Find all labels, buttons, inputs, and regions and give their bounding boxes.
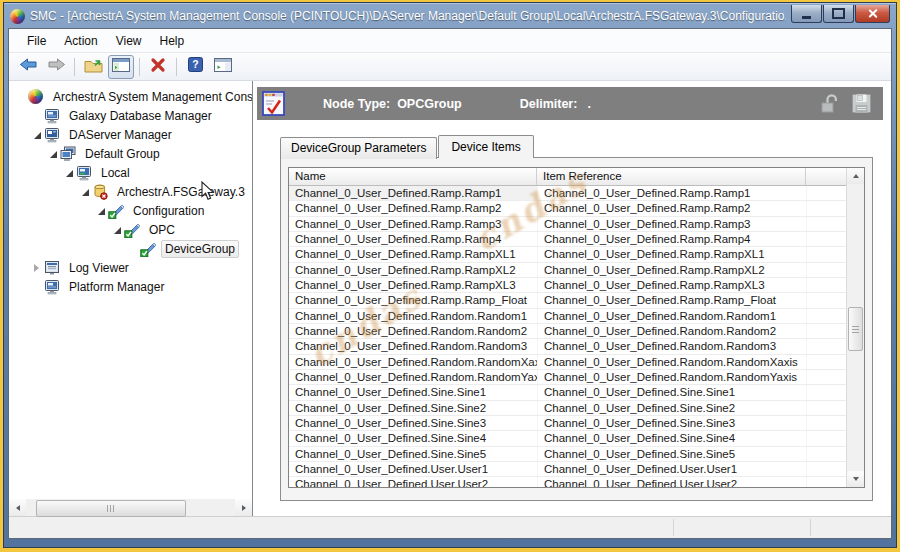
cell-item-reference[interactable]: Channel_0_User_Defined.Sine.Sine3: [537, 416, 806, 430]
table-row[interactable]: Channel_0_User_Defined.Random.Random3Cha…: [289, 339, 846, 354]
cell-name[interactable]: Channel_0_User_Defined.Random.Random2: [289, 324, 537, 338]
forward-arrow-button[interactable]: [43, 55, 69, 79]
table-row[interactable]: Channel_0_User_Defined.Random.RandomXaxi…: [289, 355, 846, 370]
cell-name[interactable]: Channel_0_User_Defined.Sine.Sine4: [289, 431, 537, 445]
tree-item-configuration[interactable]: Configuration: [9, 201, 252, 220]
tree-item-archestra-fsgateway-3[interactable]: ArchestrA.FSGateway.3: [9, 182, 252, 201]
cell-item-reference[interactable]: Channel_0_User_Defined.Sine.Sine2: [537, 401, 806, 415]
tree-item-opc[interactable]: OPC: [9, 220, 252, 239]
expander-collapsed-icon[interactable]: [31, 262, 43, 274]
column-header-name[interactable]: Name: [289, 168, 537, 185]
vscroll-track[interactable]: [847, 184, 864, 471]
table-row[interactable]: Channel_0_User_Defined.Random.Random2Cha…: [289, 324, 846, 339]
menu-view[interactable]: View: [107, 31, 151, 51]
table-row[interactable]: Channel_0_User_Defined.User.User1Channel…: [289, 462, 846, 477]
close-button[interactable]: [855, 5, 890, 23]
cell-item-reference[interactable]: Channel_0_User_Defined.Sine.Sine1: [537, 385, 806, 399]
cell-name[interactable]: Channel_0_User_Defined.Ramp.Ramp_Float: [289, 293, 537, 307]
export-node-button[interactable]: [80, 55, 106, 79]
cell-name[interactable]: Channel_0_User_Defined.User.User1: [289, 462, 537, 476]
tree-item-galaxy-database-manager[interactable]: Galaxy Database Manager: [9, 106, 252, 125]
cell-item-reference[interactable]: Channel_0_User_Defined.Ramp.Ramp1: [537, 186, 806, 200]
table-row[interactable]: Channel_0_User_Defined.Sine.Sine5Channel…: [289, 447, 846, 462]
cell-item-reference[interactable]: Channel_0_User_Defined.Sine.Sine5: [537, 447, 806, 461]
hscroll-track[interactable]: [26, 499, 235, 516]
column-header-item-reference[interactable]: Item Reference: [537, 168, 806, 185]
cell-item-reference[interactable]: Channel_0_User_Defined.Ramp.RampXL3: [537, 278, 806, 292]
cell-item-reference[interactable]: Channel_0_User_Defined.Ramp.Ramp_Float: [537, 293, 806, 307]
cell-name[interactable]: Channel_0_User_Defined.User.User2: [289, 477, 537, 487]
scroll-left-button[interactable]: [9, 499, 26, 516]
tree-item-local[interactable]: Local: [9, 163, 252, 182]
expander-expanded-icon[interactable]: [31, 129, 43, 141]
cell-name[interactable]: Channel_0_User_Defined.Ramp.RampXL2: [289, 263, 537, 277]
cell-name[interactable]: Channel_0_User_Defined.Ramp.Ramp2: [289, 201, 537, 215]
expander-expanded-icon[interactable]: [79, 186, 91, 198]
cell-name[interactable]: Channel_0_User_Defined.Sine.Sine1: [289, 385, 537, 399]
tab-devicegroup-parameters[interactable]: DeviceGroup Parameters: [280, 137, 437, 159]
tree-horizontal-scrollbar[interactable]: [9, 499, 252, 516]
table-row[interactable]: Channel_0_User_Defined.Ramp.Ramp1Channel…: [289, 186, 846, 201]
menu-file[interactable]: File: [18, 31, 55, 51]
expander-expanded-icon[interactable]: [63, 167, 75, 179]
cell-name[interactable]: Channel_0_User_Defined.Random.Random1: [289, 309, 537, 323]
cell-name[interactable]: Channel_0_User_Defined.Ramp.Ramp3: [289, 217, 537, 231]
table-row[interactable]: Channel_0_User_Defined.Sine.Sine1Channel…: [289, 385, 846, 400]
cell-item-reference[interactable]: Channel_0_User_Defined.Ramp.RampXL1: [537, 247, 806, 261]
cell-item-reference[interactable]: Channel_0_User_Defined.Ramp.RampXL2: [537, 263, 806, 277]
table-row[interactable]: Channel_0_User_Defined.Ramp.RampXL2Chann…: [289, 263, 846, 278]
vscroll-thumb[interactable]: [848, 307, 863, 351]
cell-item-reference[interactable]: Channel_0_User_Defined.Random.Random3: [537, 339, 806, 353]
cell-item-reference[interactable]: Channel_0_User_Defined.Random.Random2: [537, 324, 806, 338]
cell-item-reference[interactable]: Channel_0_User_Defined.Random.Random1: [537, 309, 806, 323]
cell-name[interactable]: Channel_0_User_Defined.Sine.Sine5: [289, 447, 537, 461]
cell-item-reference[interactable]: Channel_0_User_Defined.User.User1: [537, 462, 806, 476]
cell-item-reference[interactable]: Channel_0_User_Defined.Ramp.Ramp4: [537, 232, 806, 246]
expander-expanded-icon[interactable]: [111, 224, 123, 236]
cell-name[interactable]: Channel_0_User_Defined.Sine.Sine3: [289, 416, 537, 430]
table-row[interactable]: Channel_0_User_Defined.Ramp.RampXL1Chann…: [289, 247, 846, 262]
tree-item-log-viewer[interactable]: Log Viewer: [9, 258, 252, 277]
cell-name[interactable]: Channel_0_User_Defined.Ramp.Ramp1: [289, 186, 537, 200]
expander-expanded-icon[interactable]: [95, 205, 107, 217]
tree-item-daserver-manager[interactable]: DAServer Manager: [9, 125, 252, 144]
scroll-down-button[interactable]: [847, 471, 864, 487]
cell-name[interactable]: Channel_0_User_Defined.Random.RandomXaxi…: [289, 355, 537, 369]
menu-action[interactable]: Action: [55, 31, 106, 51]
action-pane-button[interactable]: [210, 55, 236, 79]
help-button[interactable]: ?: [182, 55, 208, 79]
cell-name[interactable]: Channel_0_User_Defined.Ramp.RampXL3: [289, 278, 537, 292]
title-bar[interactable]: SMC - [ArchestrA System Management Conso…: [4, 3, 896, 28]
cell-item-reference[interactable]: Channel_0_User_Defined.Ramp.Ramp2: [537, 201, 806, 215]
unlock-button[interactable]: [820, 93, 839, 114]
tree-item-platform-manager[interactable]: Platform Manager: [9, 277, 252, 296]
tree-item-devicegroup[interactable]: DeviceGroup: [9, 239, 252, 258]
back-arrow-button[interactable]: [15, 55, 41, 79]
scroll-up-button[interactable]: [847, 168, 864, 184]
table-row[interactable]: Channel_0_User_Defined.Random.RandomYaxi…: [289, 370, 846, 385]
cell-item-reference[interactable]: Channel_0_User_Defined.Random.RandomYaxi…: [537, 370, 806, 384]
cell-name[interactable]: Channel_0_User_Defined.Ramp.Ramp4: [289, 232, 537, 246]
console-tree-button[interactable]: [108, 55, 134, 79]
table-row[interactable]: Channel_0_User_Defined.Ramp.Ramp3Channel…: [289, 217, 846, 232]
tree-item-default-group[interactable]: Default Group: [9, 144, 252, 163]
scroll-right-button[interactable]: [235, 499, 252, 516]
table-row[interactable]: Channel_0_User_Defined.Ramp.Ramp_FloatCh…: [289, 293, 846, 308]
cell-name[interactable]: Channel_0_User_Defined.Ramp.RampXL1: [289, 247, 537, 261]
cell-item-reference[interactable]: Channel_0_User_Defined.User.User2: [537, 477, 806, 487]
hscroll-thumb[interactable]: [36, 500, 186, 517]
save-button[interactable]: [852, 94, 871, 113]
table-row[interactable]: Channel_0_User_Defined.Sine.Sine2Channel…: [289, 401, 846, 416]
cell-name[interactable]: Channel_0_User_Defined.Sine.Sine2: [289, 401, 537, 415]
tree-item-archestra-system-management-console[interactable]: ArchestrA System Management Console: [9, 87, 252, 106]
expander-expanded-icon[interactable]: [47, 148, 59, 160]
delete-node-button[interactable]: [145, 55, 171, 79]
cell-name[interactable]: Channel_0_User_Defined.Random.RandomYaxi…: [289, 370, 537, 384]
maximize-button[interactable]: [823, 5, 854, 23]
tab-device-items[interactable]: Device Items: [438, 135, 533, 158]
menu-help[interactable]: Help: [151, 31, 194, 51]
table-row[interactable]: Channel_0_User_Defined.Ramp.RampXL3Chann…: [289, 278, 846, 293]
table-vertical-scrollbar[interactable]: [846, 168, 864, 487]
cell-item-reference[interactable]: Channel_0_User_Defined.Sine.Sine4: [537, 431, 806, 445]
cell-item-reference[interactable]: Channel_0_User_Defined.Ramp.Ramp3: [537, 217, 806, 231]
